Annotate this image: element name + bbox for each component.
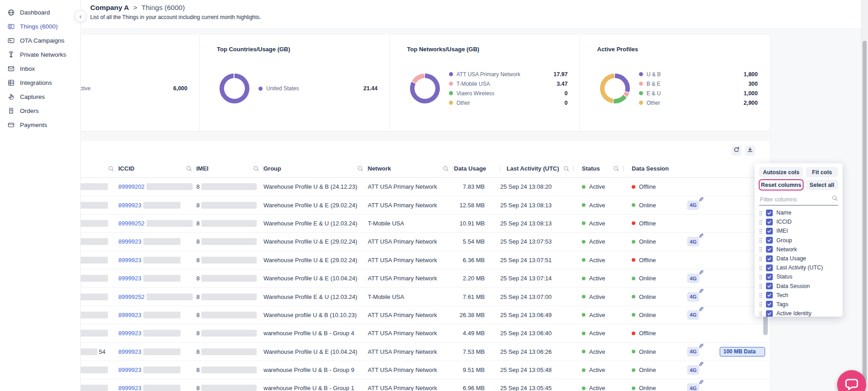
- search-icon[interactable]: [613, 166, 619, 172]
- checkbox-checked-icon[interactable]: [766, 274, 773, 280]
- table-row[interactable]: ICCID 899 8999923 8 warehouse Profile U …: [9, 379, 770, 391]
- table-row[interactable]: ICCID 899 8999923 8 warehouse Profile U …: [9, 324, 770, 342]
- search-icon[interactable]: [563, 166, 570, 172]
- column-header-group[interactable]: Group: [263, 165, 281, 172]
- filter-columns-input[interactable]: [759, 196, 832, 203]
- column-toggle-imei[interactable]: IMEI: [759, 226, 838, 235]
- column-header-data-session[interactable]: Data Session: [632, 165, 669, 172]
- drag-handle-icon[interactable]: [759, 220, 762, 225]
- iccid-link[interactable]: 8999923: [118, 202, 141, 209]
- iccid-link[interactable]: 8999923: [118, 348, 141, 355]
- fit-cols-button[interactable]: Fit cols: [806, 167, 838, 177]
- drag-handle-icon[interactable]: [759, 311, 762, 316]
- iccid-link[interactable]: 89999252: [118, 293, 145, 300]
- drag-handle-icon[interactable]: [759, 274, 762, 279]
- drag-handle-icon[interactable]: [759, 247, 762, 252]
- data-session-cell: Online: [624, 367, 682, 373]
- sidebar-collapse-button[interactable]: ‹: [74, 10, 87, 22]
- table-row[interactable]: ICCID 899 89999252 8 Warehouse Profile E…: [9, 215, 770, 233]
- drag-handle-icon[interactable]: [759, 302, 762, 307]
- iccid-link[interactable]: 89999202: [118, 183, 145, 190]
- sidebar-item-things[interactable]: Things (6000): [0, 20, 80, 34]
- search-icon[interactable]: [253, 166, 259, 172]
- search-icon[interactable]: [108, 166, 114, 172]
- drag-handle-icon[interactable]: [759, 229, 762, 234]
- sidebar-item-ota-campaigns[interactable]: OTA Campaigns: [0, 34, 80, 48]
- drag-handle-icon[interactable]: [759, 293, 762, 298]
- column-toggle-network[interactable]: Network: [759, 245, 838, 254]
- column-header-network[interactable]: Network: [368, 165, 391, 172]
- checkbox-checked-icon[interactable]: [766, 301, 773, 308]
- table-row[interactable]: ICCID 899 8999923 8 Warehouse Profile U …: [9, 251, 770, 269]
- sidebar-item-captures[interactable]: Captures: [0, 90, 80, 104]
- column-toggle-last-activity-utc[interactable]: Last Activity (UTC): [759, 263, 838, 272]
- search-icon[interactable]: [357, 166, 364, 172]
- checkbox-checked-icon[interactable]: [766, 255, 773, 262]
- last-activity-cell: 25 Sep 24 13:07:53: [500, 238, 574, 245]
- table-row[interactable]: ICCID 899 8999923 8 Warehouse Profile U …: [9, 233, 770, 251]
- drag-handle-icon[interactable]: [759, 265, 762, 270]
- drag-handle-icon[interactable]: [759, 238, 762, 243]
- sidebar-item-payments[interactable]: Payments: [0, 118, 80, 132]
- sidebar-item-inbox[interactable]: Inbox: [0, 62, 80, 76]
- column-toggle-data-session[interactable]: Data Session: [759, 282, 838, 291]
- checkbox-checked-icon[interactable]: [766, 237, 773, 244]
- page-scrollbar[interactable]: [861, 0, 868, 391]
- column-toggle-tags[interactable]: Tags: [759, 300, 838, 309]
- checkbox-checked-icon[interactable]: [766, 283, 773, 289]
- column-toggle-status[interactable]: Status: [759, 272, 838, 281]
- data-plan-badge[interactable]: 100 MB Data: [720, 347, 765, 357]
- search-icon[interactable]: [186, 166, 192, 172]
- iccid-link[interactable]: 8999923: [118, 312, 141, 318]
- table-row[interactable]: ICCID 899 8999923 8 Warehouse Profile U …: [9, 196, 770, 214]
- last-activity-cell: 25 Sep 24 13:07:00: [500, 293, 574, 300]
- download-button[interactable]: [745, 146, 755, 156]
- table-row[interactable]: ICCID 899 8999923 8 Warehouse profile U …: [9, 306, 770, 324]
- iccid-link[interactable]: 89999252: [118, 220, 145, 227]
- checkbox-checked-icon[interactable]: [766, 228, 773, 235]
- refresh-button[interactable]: [731, 146, 741, 156]
- table-row[interactable]: ICCID 899954 8999923 8 Warehouse Profile…: [9, 343, 770, 361]
- select-all-button[interactable]: Select all: [806, 180, 838, 190]
- sidebar-item-dashboard[interactable]: Dashboard: [0, 5, 80, 20]
- autosize-cols-button[interactable]: Autosize cols: [759, 167, 803, 177]
- table-row[interactable]: ICCID 899 89999252 8 Warehouse Profile E…: [9, 288, 770, 306]
- column-toggle-iccid[interactable]: ICCID: [759, 217, 838, 226]
- iccid-link[interactable]: 8999923: [118, 275, 141, 282]
- breadcrumb-company[interactable]: Company A: [90, 4, 129, 11]
- iccid-link[interactable]: 8999923: [118, 367, 141, 373]
- column-header-data-usage[interactable]: Data Usage: [454, 165, 486, 172]
- iccid-link[interactable]: 8999923: [118, 238, 141, 245]
- column-toggle-group[interactable]: Group: [759, 236, 838, 245]
- checkbox-checked-icon[interactable]: [766, 246, 773, 253]
- column-toggle-data-usage[interactable]: Data Usage: [759, 254, 838, 263]
- reset-columns-button[interactable]: Reset columns: [759, 180, 803, 190]
- column-toggle-name[interactable]: Name: [759, 208, 838, 217]
- sidebar-item-private-networks[interactable]: Private Networks: [0, 48, 80, 62]
- checkbox-checked-icon[interactable]: [766, 292, 773, 298]
- table-row[interactable]: ICCID 899 8999923 8 Warehouse Profile U …: [9, 269, 770, 288]
- search-icon[interactable]: [443, 166, 449, 172]
- checkbox-checked-icon[interactable]: [766, 264, 773, 271]
- sidebar-item-orders[interactable]: Orders: [0, 104, 80, 118]
- sidebar-item-integrations[interactable]: Integrations: [0, 76, 80, 90]
- drag-handle-icon[interactable]: [759, 283, 762, 288]
- table-row[interactable]: ICCID 899 89999202 8 Warehouse Profile U…: [9, 178, 770, 196]
- drag-handle-icon[interactable]: [759, 256, 762, 261]
- checkbox-checked-icon[interactable]: [766, 310, 773, 317]
- drag-handle-icon[interactable]: [759, 210, 762, 215]
- checkbox-checked-icon[interactable]: [766, 219, 773, 225]
- column-header-status[interactable]: Status: [582, 165, 600, 172]
- iccid-link[interactable]: 8999923: [118, 330, 141, 337]
- column-toggle-active-identity[interactable]: Active Identity: [759, 309, 838, 317]
- iccid-link[interactable]: 8999923: [118, 385, 141, 391]
- column-header-iccid[interactable]: ICCID: [118, 165, 134, 172]
- checkbox-checked-icon[interactable]: [766, 210, 773, 216]
- iccid-link[interactable]: 8999923: [118, 257, 141, 264]
- imei-cell: 8: [196, 330, 263, 337]
- column-header-imei[interactable]: IMEI: [196, 165, 209, 172]
- column-toggle-tech[interactable]: Tech: [759, 291, 838, 300]
- column-header-last-activity[interactable]: Last Activity (UTC): [507, 165, 559, 172]
- table-row[interactable]: ICCID 899 8999923 8 warehouse Profile U …: [9, 361, 770, 379]
- page-scrollbar-thumb[interactable]: [863, 41, 867, 381]
